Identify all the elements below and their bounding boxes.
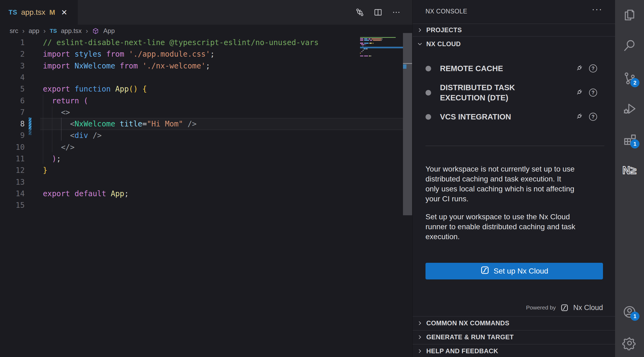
- section-label: NX CLOUD: [426, 40, 461, 48]
- split-editor-icon[interactable]: [373, 7, 383, 18]
- explorer-icon[interactable]: [622, 8, 637, 23]
- code-line[interactable]: 7 <>: [0, 107, 403, 118]
- code-line-text: // eslint-disable-next-line @typescript-…: [43, 37, 319, 48]
- minimap-line: [364, 43, 369, 43]
- line-number[interactable]: 5: [0, 83, 25, 95]
- workspace-status-text: Your workspace is not currently set up t…: [425, 164, 603, 204]
- feature-label: REMOTE CACHE: [440, 63, 561, 74]
- tab-app-tsx[interactable]: TS app.tsx M ✕: [0, 0, 78, 25]
- open-changes-icon[interactable]: [354, 7, 365, 18]
- code-line[interactable]: 4: [0, 72, 403, 83]
- nx-cloud-feature-item[interactable]: VCS INTEGRATION?: [425, 105, 597, 129]
- nx-console-icon[interactable]: N≥: [622, 163, 637, 178]
- breadcrumb-src[interactable]: src: [10, 27, 18, 35]
- line-number[interactable]: 15: [0, 199, 25, 211]
- line-number[interactable]: 8: [0, 118, 25, 130]
- code-line[interactable]: 8 <NxWelcome title="Hi Mom" />: [0, 118, 403, 130]
- section-help-and-feedback[interactable]: HELP AND FEEDBACK: [413, 345, 615, 357]
- line-number[interactable]: 3: [0, 60, 25, 72]
- setup-instruction-text: Set up your workspace to use the Nx Clou…: [425, 212, 603, 242]
- breadcrumb: src › app › TS app.tsx › App: [10, 25, 115, 37]
- nx-cloud-feature-item[interactable]: DISTRIBUTED TASK EXECUTION (DTE)?: [425, 81, 597, 105]
- minimap-line: [360, 53, 361, 53]
- connect-icon[interactable]: [574, 64, 583, 73]
- help-icon[interactable]: ?: [589, 113, 597, 121]
- help-icon[interactable]: ?: [589, 89, 597, 97]
- code-line[interactable]: 13: [0, 176, 403, 188]
- minimap-line: [364, 48, 366, 49]
- code-line-text: export function App() {: [43, 83, 147, 95]
- code-line[interactable]: 1// eslint-disable-next-line @typescript…: [0, 37, 403, 49]
- line-number[interactable]: 6: [0, 95, 25, 107]
- settings-icon[interactable]: [622, 336, 637, 351]
- powered-by: Powered by Nx Cloud: [425, 302, 603, 314]
- breadcrumb-symbol-app[interactable]: App: [103, 27, 115, 35]
- status-dot: [425, 66, 431, 71]
- code-line-text: return (: [43, 95, 88, 107]
- code-line[interactable]: 15: [0, 199, 403, 211]
- section-common-nx-commands[interactable]: COMMON NX COMMANDS: [413, 317, 615, 330]
- code-line[interactable]: 9 <div />: [0, 130, 403, 141]
- activity-bar: 21N≥1: [615, 0, 644, 357]
- code-line[interactable]: 6 return (: [0, 95, 403, 107]
- connect-icon[interactable]: [574, 112, 583, 121]
- breadcrumb-app[interactable]: app: [29, 27, 39, 35]
- close-tab-icon[interactable]: ✕: [61, 8, 67, 17]
- git-modified-badge: M: [49, 8, 55, 17]
- minimap[interactable]: [360, 37, 403, 117]
- line-number[interactable]: 7: [0, 107, 25, 118]
- code-line[interactable]: 5export function App() {: [0, 83, 403, 95]
- line-number[interactable]: 2: [0, 48, 25, 60]
- section-projects[interactable]: PROJECTS: [413, 24, 615, 36]
- nx-console-panel: NX CONSOLE ··· PROJECTS NX CLOUD REMOTE …: [412, 0, 615, 357]
- connect-icon[interactable]: [574, 88, 583, 97]
- active-indent-guide: [61, 118, 61, 141]
- minimap-line: [360, 37, 396, 38]
- editor-scrollbar[interactable]: [403, 33, 412, 215]
- chevron-right-icon: [417, 320, 423, 326]
- code-line-text: import styles from './app.module.css';: [43, 48, 215, 60]
- help-icon[interactable]: ?: [589, 64, 597, 72]
- minimap-line: [364, 40, 369, 41]
- minimap-line: [381, 40, 382, 41]
- line-number[interactable]: 13: [0, 176, 25, 188]
- run-debug-icon[interactable]: [622, 101, 637, 116]
- breadcrumb-file[interactable]: app.tsx: [61, 27, 82, 35]
- divider: [425, 146, 604, 146]
- code-line-text: <NxWelcome title="Hi Mom" />: [43, 118, 197, 130]
- nx-cloud-feature-item[interactable]: REMOTE CACHE?: [425, 56, 597, 81]
- divider: [413, 316, 615, 316]
- nx-cloud-feature-list: REMOTE CACHE?DISTRIBUTED TASK EXECUTION …: [425, 56, 597, 129]
- line-number[interactable]: 11: [0, 153, 25, 165]
- more-actions-icon[interactable]: [391, 7, 402, 18]
- code-line[interactable]: 14export default App;: [0, 188, 403, 200]
- code-line[interactable]: 12}: [0, 165, 403, 176]
- code-line[interactable]: 10 </>: [0, 141, 403, 153]
- code-line[interactable]: 2import styles from './app.module.css';: [0, 48, 403, 60]
- line-number[interactable]: 14: [0, 188, 25, 199]
- code-line[interactable]: 11 );: [0, 153, 403, 165]
- indent-guide: [52, 106, 52, 152]
- search-icon[interactable]: [622, 38, 637, 53]
- line-number[interactable]: 1: [0, 37, 25, 48]
- setup-nx-cloud-button[interactable]: Set up Nx Cloud: [425, 263, 603, 279]
- typescript-file-icon: TS: [50, 28, 57, 34]
- line-number[interactable]: 4: [0, 72, 25, 83]
- code-line-text: export default App;: [43, 188, 129, 199]
- nx-cloud-brand-label[interactable]: Nx Cloud: [573, 304, 603, 312]
- line-number[interactable]: 10: [0, 141, 25, 153]
- code-line-text: <div />: [43, 130, 102, 141]
- line-number[interactable]: 9: [0, 130, 25, 141]
- code-line[interactable]: 3import NxWelcome from './nx-welcome';: [0, 60, 403, 72]
- minimap-line: [362, 51, 362, 52]
- editor-area: TS app.tsx M ✕ src › app › TS app.tsx › …: [0, 0, 412, 357]
- section-nx-cloud[interactable]: NX CLOUD: [413, 37, 615, 51]
- line-number[interactable]: 12: [0, 165, 25, 176]
- tab-filename: app.tsx: [21, 8, 45, 17]
- panel-more-actions-icon[interactable]: ···: [592, 4, 602, 14]
- minimap-line: [361, 44, 364, 45]
- section-generate-run-target[interactable]: GENERATE & RUN TARGET: [413, 331, 615, 344]
- minimap-line: [360, 43, 363, 43]
- breadcrumb-separator: ›: [43, 27, 46, 35]
- minimap-line: [370, 40, 372, 41]
